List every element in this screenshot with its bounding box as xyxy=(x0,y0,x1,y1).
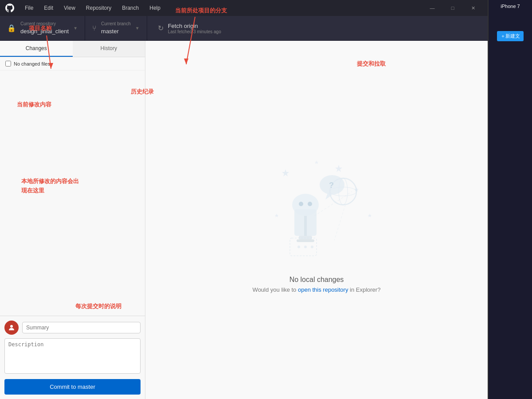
maximize-button[interactable]: □ xyxy=(442,0,463,16)
branch-icon: ⑂ xyxy=(92,24,97,32)
menu-bar: File Edit View Repository Branch Help — … xyxy=(0,0,488,16)
svg-point-0 xyxy=(10,325,13,328)
svg-text:?: ? xyxy=(329,181,334,190)
changes-header: No changed files xyxy=(0,57,145,70)
menu-file[interactable]: File xyxy=(20,3,38,13)
open-repository-link[interactable]: open this repository xyxy=(298,286,348,293)
svg-marker-5 xyxy=(368,214,372,217)
branch-label: Current branch xyxy=(101,21,131,26)
description-textarea[interactable] xyxy=(4,338,141,374)
main-content: Changes History No changed files xyxy=(0,41,488,399)
window-controls: — □ ✕ xyxy=(422,0,483,16)
svg-line-25 xyxy=(334,205,345,240)
toolbar: 🔒 Current repository design_jinlai_clien… xyxy=(0,16,488,41)
menu-view[interactable]: View xyxy=(59,3,80,13)
branch-name: master xyxy=(101,28,119,35)
svg-point-23 xyxy=(311,246,313,248)
summary-input[interactable] xyxy=(22,322,141,333)
no-changes-subtitle: Would you like to open this repository i… xyxy=(253,286,381,293)
svg-rect-12 xyxy=(297,239,314,242)
illustration: ? No local changes Would you like to ope… xyxy=(250,147,383,293)
no-changed-files-label: No changed files xyxy=(14,61,50,66)
svg-point-21 xyxy=(297,246,300,248)
no-changes-before: Would you like to xyxy=(253,286,298,293)
svg-rect-11 xyxy=(299,236,312,239)
repo-name: design_jinlai_client xyxy=(20,28,69,35)
menu-repository[interactable]: Repository xyxy=(82,3,116,13)
menu-help[interactable]: Help xyxy=(145,3,165,13)
commit-to-master-button[interactable]: Commit to master xyxy=(4,379,141,395)
github-logo-icon[interactable] xyxy=(4,3,15,13)
repo-label: Current repository xyxy=(20,21,69,26)
no-changes-title: No local changes xyxy=(289,276,344,284)
svg-marker-1 xyxy=(282,169,289,176)
svg-point-10 xyxy=(308,202,312,206)
select-all-checkbox[interactable] xyxy=(5,61,11,66)
branch-chevron-icon: ▼ xyxy=(135,26,140,31)
minimize-button[interactable]: — xyxy=(422,0,442,16)
fetch-origin-button[interactable]: ↻ Fetch origin Last fetched 3 minutes ag… xyxy=(151,23,228,34)
svg-line-24 xyxy=(314,192,352,216)
fetch-title: Fetch origin xyxy=(168,23,221,29)
refresh-icon: ↻ xyxy=(158,24,164,32)
secondary-screen: iPhone 7 ＋新建文 xyxy=(488,0,532,399)
tab-changes[interactable]: Changes xyxy=(0,41,73,57)
new-build-button[interactable]: ＋新建文 xyxy=(497,31,524,41)
file-list xyxy=(0,70,145,316)
svg-marker-2 xyxy=(335,165,342,172)
svg-point-8 xyxy=(292,194,319,216)
current-repo-section[interactable]: 🔒 Current repository design_jinlai_clien… xyxy=(0,16,85,40)
svg-marker-4 xyxy=(275,214,278,217)
tab-history[interactable]: History xyxy=(73,41,145,57)
repo-chevron-icon: ▼ xyxy=(73,26,78,31)
commit-panel: Commit to master xyxy=(0,316,145,399)
app-window: File Edit View Repository Branch Help — … xyxy=(0,0,488,399)
no-changes-after: in Explorer? xyxy=(348,286,380,293)
menu-branch[interactable]: Branch xyxy=(117,3,143,13)
sidebar: Changes History No changed files xyxy=(0,41,145,399)
menu-edit[interactable]: Edit xyxy=(39,3,58,13)
svg-point-9 xyxy=(299,202,303,206)
svg-point-22 xyxy=(304,246,307,248)
current-branch-section[interactable]: ⑂ Current branch master ▼ xyxy=(85,16,147,40)
close-button[interactable]: ✕ xyxy=(463,0,483,16)
iphone-label: iPhone 7 xyxy=(501,4,520,9)
summary-row xyxy=(4,321,141,335)
avatar xyxy=(4,321,19,335)
right-panel: ? No local changes Would you like to ope… xyxy=(145,41,488,399)
tabs-container: Changes History xyxy=(0,41,145,57)
fetch-subtitle: Last fetched 3 minutes ago xyxy=(168,29,221,34)
lock-icon: 🔒 xyxy=(7,24,16,32)
svg-marker-6 xyxy=(315,160,318,164)
